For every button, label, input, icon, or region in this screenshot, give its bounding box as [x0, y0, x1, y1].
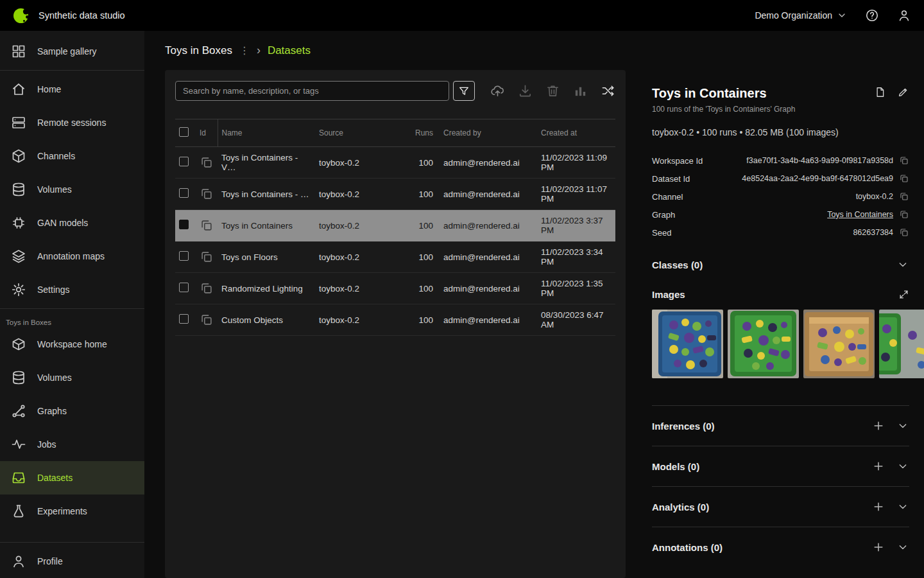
copy-icon[interactable]	[899, 173, 909, 184]
copy-id-icon[interactable]	[200, 281, 214, 295]
shuffle-icon[interactable]	[601, 83, 615, 98]
main-content: Toys in Boxes ⋮ › Datasets	[144, 31, 652, 578]
datasets-table: Id Name Source Runs Created by Created a…	[175, 119, 615, 336]
dataset-created-by: admin@rendered.ai	[440, 304, 537, 336]
col-header-id[interactable]: Id	[196, 119, 218, 147]
sidebar-item-volumes[interactable]: Volumes	[0, 173, 144, 206]
table-row[interactable]: Toys in Containers - … toybox-0.2 100 ad…	[175, 179, 615, 210]
plus-icon[interactable]	[872, 541, 885, 554]
chevron-down-icon[interactable]	[896, 258, 909, 271]
org-switcher[interactable]: Demo Organization	[755, 10, 847, 21]
copy-icon[interactable]	[899, 227, 909, 238]
server-icon	[11, 115, 26, 130]
breadcrumb-workspace[interactable]: Toys in Boxes	[165, 44, 232, 57]
field-seed: Seed 862637384	[652, 223, 909, 241]
sidebar-item-settings[interactable]: Settings	[0, 273, 144, 306]
section-analytics: Analytics (0)	[652, 486, 909, 527]
row-checkbox[interactable]	[179, 314, 189, 324]
dataset-created-at: 11/02/2023 3:37 PM	[537, 210, 615, 241]
table-row[interactable]: Randomized Lighting toybox-0.2 100 admin…	[175, 273, 615, 304]
copy-icon[interactable]	[899, 155, 909, 166]
bar-chart-icon[interactable]	[573, 83, 588, 98]
row-checkbox[interactable]	[179, 220, 189, 229]
image-thumbnail-4[interactable]	[879, 310, 924, 378]
sidebar-item-jobs[interactable]: Jobs	[0, 428, 144, 461]
tray-icon	[11, 470, 26, 486]
copy-id-icon[interactable]	[200, 187, 214, 201]
copy-id-icon[interactable]	[200, 313, 214, 327]
sidebar-item-gan-models[interactable]: GAN models	[0, 206, 144, 240]
sidebar-item-workspace-home[interactable]: Workspace home	[0, 328, 144, 361]
row-checkbox[interactable]	[179, 188, 189, 198]
copy-id-icon[interactable]	[200, 155, 214, 170]
filter-button[interactable]	[453, 81, 475, 101]
chevron-down-icon[interactable]	[896, 419, 909, 432]
dataset-created-by: admin@rendered.ai	[440, 273, 537, 304]
database-icon	[11, 370, 26, 385]
copy-id-icon[interactable]	[200, 218, 214, 232]
help-icon[interactable]	[865, 8, 879, 22]
select-all-checkbox[interactable]	[179, 127, 189, 137]
row-checkbox[interactable]	[179, 157, 189, 166]
table-row-selected[interactable]: Toys in Containers toybox-0.2 100 admin@…	[175, 210, 615, 241]
sidebar-item-remote-sessions[interactable]: Remote sessions	[0, 106, 144, 139]
row-checkbox[interactable]	[179, 251, 189, 261]
upload-cloud-icon[interactable]	[490, 83, 505, 98]
graph-link[interactable]: Toys in Containers	[827, 210, 893, 219]
field-label: Dataset Id	[652, 174, 690, 184]
sidebar-item-channels[interactable]: Channels	[0, 139, 144, 173]
download-icon[interactable]	[518, 83, 533, 98]
table-row[interactable]: Toys in Containers - V… toybox-0.2 100 a…	[175, 147, 615, 179]
person-icon	[11, 554, 26, 569]
copy-id-icon[interactable]	[200, 250, 214, 264]
sidebar-item-sample-gallery[interactable]: Sample gallery	[0, 35, 144, 68]
sidebar-item-label: Datasets	[37, 473, 73, 483]
plus-icon[interactable]	[872, 460, 885, 473]
image-thumbnail-3[interactable]	[803, 310, 875, 378]
expand-icon[interactable]	[898, 289, 909, 300]
breadcrumb: Toys in Boxes ⋮ › Datasets	[165, 44, 626, 57]
dataset-created-by: admin@rendered.ai	[440, 241, 537, 273]
sidebar-item-graphs[interactable]: Graphs	[0, 394, 144, 428]
kebab-menu-icon[interactable]: ⋮	[239, 46, 250, 56]
document-icon[interactable]	[874, 86, 886, 98]
sidebar-item-home[interactable]: Home	[0, 73, 144, 106]
section-annotations: Annotations (0)	[652, 527, 909, 567]
chevron-down-icon[interactable]	[896, 541, 909, 554]
chevron-down-icon[interactable]	[896, 500, 909, 513]
col-header-name[interactable]: Name	[218, 119, 315, 147]
trash-icon[interactable]	[545, 83, 560, 98]
dataset-created-by: admin@rendered.ai	[440, 179, 537, 210]
col-header-source[interactable]: Source	[315, 119, 409, 147]
col-header-runs[interactable]: Runs	[409, 119, 440, 147]
sidebar-item-profile[interactable]: Profile	[0, 545, 144, 578]
grid-icon	[11, 44, 26, 59]
dataset-source: toybox-0.2	[315, 273, 409, 304]
sidebar-item-label: Experiments	[37, 506, 87, 516]
user-icon[interactable]	[897, 8, 911, 22]
dataset-title: Toys in Containers	[652, 86, 767, 100]
copy-icon[interactable]	[899, 191, 909, 202]
chevron-down-icon[interactable]	[896, 460, 909, 473]
image-thumbnail-1[interactable]	[652, 310, 723, 378]
copy-icon[interactable]	[899, 209, 909, 220]
dataset-source: toybox-0.2	[315, 210, 409, 241]
col-header-created-by[interactable]: Created by	[440, 119, 537, 147]
row-checkbox[interactable]	[179, 283, 189, 292]
sidebar-item-ws-volumes[interactable]: Volumes	[0, 361, 144, 394]
breadcrumb-current[interactable]: Datasets	[268, 44, 311, 57]
table-row[interactable]: Custom Objects toybox-0.2 100 admin@rend…	[175, 304, 615, 336]
sidebar-item-label: Sample gallery	[37, 46, 97, 57]
sidebar-item-datasets[interactable]: Datasets	[0, 461, 144, 495]
search-input[interactable]	[175, 81, 449, 101]
sidebar-item-annotation-maps[interactable]: Annotation maps	[0, 240, 144, 273]
table-row[interactable]: Toys on Floors toybox-0.2 100 admin@rend…	[175, 241, 615, 273]
plus-icon[interactable]	[872, 419, 885, 432]
col-header-created-at[interactable]: Created at	[537, 119, 615, 147]
edit-pencil-icon[interactable]	[897, 86, 909, 98]
image-thumbnail-2[interactable]	[728, 310, 799, 378]
plus-icon[interactable]	[872, 500, 885, 513]
sidebar-item-label: Profile	[37, 556, 63, 566]
field-graph: Graph Toys in Containers	[652, 206, 909, 223]
sidebar-item-experiments[interactable]: Experiments	[0, 495, 144, 528]
